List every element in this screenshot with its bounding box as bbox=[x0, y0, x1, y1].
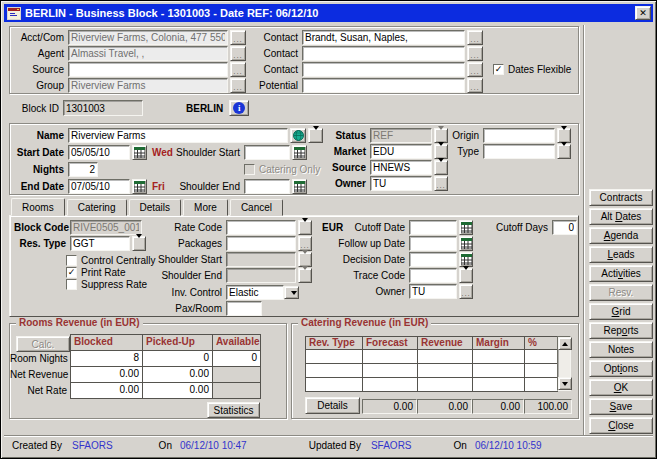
contact2-field[interactable] bbox=[302, 46, 465, 61]
group-label: Group bbox=[14, 80, 64, 91]
info-button[interactable]: i bbox=[229, 100, 249, 116]
pax-room-field[interactable] bbox=[226, 301, 262, 316]
potential-lookup-button[interactable]: ... bbox=[467, 78, 483, 93]
rooms-owner-field[interactable] bbox=[409, 284, 457, 299]
contact3-lookup-button[interactable]: ... bbox=[467, 62, 483, 77]
ok-button[interactable]: OK bbox=[589, 379, 653, 396]
acct-com-lookup-button[interactable]: ... bbox=[230, 30, 246, 45]
cutoff-date-field[interactable] bbox=[409, 220, 457, 235]
packages-field[interactable] bbox=[226, 236, 296, 251]
type-field[interactable] bbox=[483, 144, 555, 159]
group-lookup-button[interactable]: ... bbox=[230, 78, 246, 93]
table-row[interactable] bbox=[418, 378, 473, 392]
leads-button[interactable]: Leads bbox=[589, 246, 653, 263]
rate-code-field[interactable] bbox=[226, 220, 296, 235]
close-button[interactable]: Close bbox=[589, 417, 653, 434]
notes-button[interactable]: Notes bbox=[589, 341, 653, 358]
start-date-field[interactable] bbox=[68, 145, 130, 160]
owner-field[interactable] bbox=[370, 176, 432, 191]
end-date-field[interactable] bbox=[68, 179, 130, 194]
cutoff-days-field[interactable] bbox=[552, 220, 577, 235]
tab-more[interactable]: More bbox=[183, 199, 228, 216]
table-row[interactable] bbox=[418, 350, 473, 364]
grid-button[interactable]: Grid bbox=[589, 303, 653, 320]
agenda-button[interactable]: Agenda bbox=[589, 227, 653, 244]
close-icon[interactable]: ✕ bbox=[635, 6, 651, 20]
owner-lookup-button[interactable]: ... bbox=[434, 176, 448, 191]
shoulder-start-calendar-button[interactable] bbox=[292, 145, 307, 160]
tab-details[interactable]: Details bbox=[129, 199, 182, 216]
reports-button[interactable]: Reports bbox=[589, 322, 653, 339]
market-field[interactable] bbox=[370, 144, 432, 159]
table-row[interactable] bbox=[363, 378, 418, 392]
check-icon: ✓ bbox=[495, 65, 503, 74]
rate-code-lov-button[interactable] bbox=[298, 220, 312, 235]
alt-dates-button[interactable]: Alt Dates bbox=[589, 208, 653, 225]
options-button[interactable]: Options bbox=[589, 360, 653, 377]
source-field[interactable] bbox=[68, 62, 228, 77]
follow-up-date-calendar-button[interactable] bbox=[459, 236, 473, 251]
tab-rooms[interactable]: Rooms bbox=[11, 198, 65, 216]
inv-control-dropdown-button[interactable] bbox=[284, 286, 299, 299]
table-row[interactable] bbox=[306, 364, 363, 378]
contact2-lookup-button[interactable]: ... bbox=[467, 46, 483, 61]
table-row[interactable] bbox=[525, 364, 558, 378]
contracts-button[interactable]: Contracts bbox=[589, 189, 653, 206]
origin-field[interactable] bbox=[483, 128, 555, 143]
pax-room-label: Pax/Room bbox=[102, 303, 222, 314]
origin-lov-button[interactable] bbox=[557, 128, 571, 143]
rooms-owner-lookup-button[interactable]: ... bbox=[459, 284, 473, 299]
source-lookup-button[interactable]: ... bbox=[230, 62, 246, 77]
table-row[interactable] bbox=[306, 378, 363, 392]
source-code-field[interactable] bbox=[370, 160, 432, 175]
name-field[interactable] bbox=[68, 128, 288, 143]
suppress-rate-checkbox[interactable] bbox=[66, 279, 77, 290]
details-button[interactable]: Details bbox=[305, 397, 360, 414]
tab-catering[interactable]: Catering bbox=[67, 199, 127, 216]
dates-flexible-checkbox[interactable]: ✓ bbox=[493, 64, 504, 75]
contact1-lookup-button[interactable]: ... bbox=[467, 30, 483, 45]
table-row[interactable] bbox=[525, 378, 558, 392]
table-row[interactable] bbox=[525, 350, 558, 364]
decision-date-field[interactable] bbox=[409, 252, 457, 267]
potential-field[interactable] bbox=[302, 78, 465, 93]
scroll-up-button[interactable] bbox=[558, 337, 572, 350]
table-row[interactable] bbox=[473, 364, 525, 378]
type-lov-button[interactable] bbox=[557, 144, 571, 159]
inv-control-select[interactable] bbox=[226, 285, 284, 300]
contact2-label: Contact bbox=[254, 48, 298, 59]
table-row[interactable] bbox=[473, 350, 525, 364]
panel-divider bbox=[583, 25, 585, 435]
catering-table-scrollbar[interactable] bbox=[557, 336, 571, 391]
save-button[interactable]: Save bbox=[589, 398, 653, 415]
cutoff-date-calendar-button[interactable] bbox=[459, 220, 473, 235]
nights-field[interactable] bbox=[68, 162, 98, 177]
trace-code-lov-button[interactable] bbox=[459, 268, 473, 283]
decision-date-calendar-button[interactable] bbox=[459, 252, 473, 267]
shoulder-end-field[interactable] bbox=[244, 179, 290, 194]
table-row[interactable] bbox=[473, 378, 525, 392]
shoulder-start-field[interactable] bbox=[244, 145, 290, 160]
table-row[interactable] bbox=[363, 350, 418, 364]
tab-cancel[interactable]: Cancel bbox=[230, 199, 283, 216]
table-row[interactable] bbox=[418, 364, 473, 378]
contact1-field[interactable] bbox=[302, 30, 465, 45]
follow-up-date-field[interactable] bbox=[409, 236, 457, 251]
start-date-calendar-button[interactable] bbox=[132, 145, 147, 160]
agent-lookup-button[interactable]: ... bbox=[230, 46, 246, 61]
table-row[interactable] bbox=[306, 350, 363, 364]
contact3-field[interactable] bbox=[302, 62, 465, 77]
activities-button[interactable]: Activities bbox=[589, 265, 653, 282]
shoulder-end-calendar-button[interactable] bbox=[292, 179, 307, 194]
end-date-calendar-button[interactable] bbox=[132, 179, 147, 194]
table-row[interactable] bbox=[363, 364, 418, 378]
globe-button[interactable] bbox=[290, 128, 306, 143]
source-lov-button[interactable] bbox=[434, 160, 448, 175]
scroll-down-button[interactable] bbox=[558, 377, 572, 390]
packages-lookup-button[interactable]: ... bbox=[298, 236, 312, 251]
name-lov-button[interactable] bbox=[308, 128, 323, 143]
market-lov-button[interactable] bbox=[434, 144, 448, 159]
statistics-button[interactable]: Statistics bbox=[207, 402, 260, 418]
table-cell bbox=[213, 383, 261, 399]
trace-code-field[interactable] bbox=[409, 268, 457, 283]
